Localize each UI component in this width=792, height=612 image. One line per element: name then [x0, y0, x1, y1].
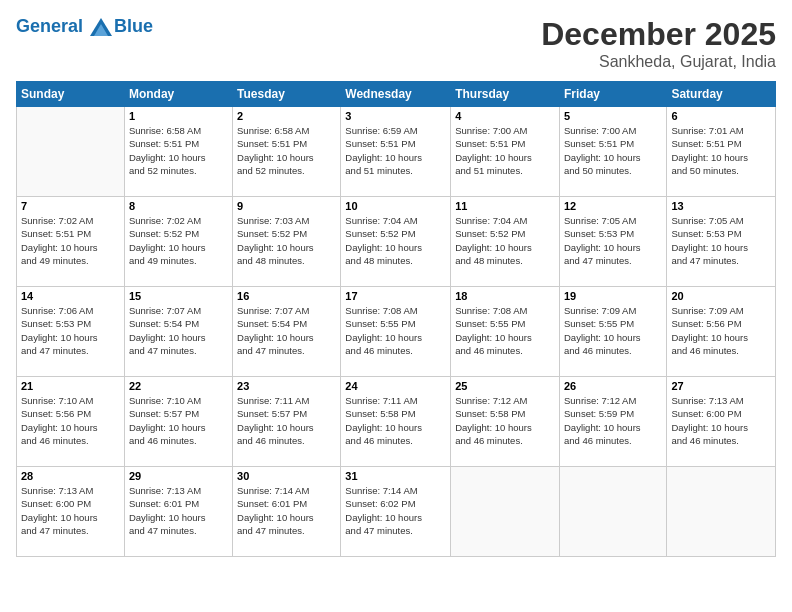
day-info: Sunrise: 7:02 AM Sunset: 5:51 PM Dayligh…	[21, 214, 120, 267]
calendar-cell: 21Sunrise: 7:10 AM Sunset: 5:56 PM Dayli…	[17, 377, 125, 467]
calendar-cell: 13Sunrise: 7:05 AM Sunset: 5:53 PM Dayli…	[667, 197, 776, 287]
calendar-table: SundayMondayTuesdayWednesdayThursdayFrid…	[16, 81, 776, 557]
day-info: Sunrise: 7:13 AM Sunset: 6:00 PM Dayligh…	[21, 484, 120, 537]
day-number: 4	[455, 110, 555, 122]
day-info: Sunrise: 6:58 AM Sunset: 5:51 PM Dayligh…	[129, 124, 228, 177]
calendar-cell: 25Sunrise: 7:12 AM Sunset: 5:58 PM Dayli…	[451, 377, 560, 467]
day-info: Sunrise: 7:03 AM Sunset: 5:52 PM Dayligh…	[237, 214, 336, 267]
day-number: 20	[671, 290, 771, 302]
day-info: Sunrise: 7:12 AM Sunset: 5:58 PM Dayligh…	[455, 394, 555, 447]
day-info: Sunrise: 7:04 AM Sunset: 5:52 PM Dayligh…	[345, 214, 446, 267]
day-info: Sunrise: 7:11 AM Sunset: 5:57 PM Dayligh…	[237, 394, 336, 447]
day-info: Sunrise: 7:12 AM Sunset: 5:59 PM Dayligh…	[564, 394, 662, 447]
calendar-cell: 22Sunrise: 7:10 AM Sunset: 5:57 PM Dayli…	[124, 377, 232, 467]
calendar-cell: 16Sunrise: 7:07 AM Sunset: 5:54 PM Dayli…	[233, 287, 341, 377]
title-block: December 2025 Sankheda, Gujarat, India	[541, 16, 776, 71]
calendar-cell: 19Sunrise: 7:09 AM Sunset: 5:55 PM Dayli…	[559, 287, 666, 377]
day-number: 24	[345, 380, 446, 392]
day-number: 1	[129, 110, 228, 122]
day-number: 11	[455, 200, 555, 212]
weekday-header-row: SundayMondayTuesdayWednesdayThursdayFrid…	[17, 82, 776, 107]
day-info: Sunrise: 7:09 AM Sunset: 5:55 PM Dayligh…	[564, 304, 662, 357]
weekday-thursday: Thursday	[451, 82, 560, 107]
day-number: 18	[455, 290, 555, 302]
day-number: 28	[21, 470, 120, 482]
day-info: Sunrise: 7:07 AM Sunset: 5:54 PM Dayligh…	[237, 304, 336, 357]
day-number: 10	[345, 200, 446, 212]
day-number: 6	[671, 110, 771, 122]
day-number: 3	[345, 110, 446, 122]
calendar-body: 1Sunrise: 6:58 AM Sunset: 5:51 PM Daylig…	[17, 107, 776, 557]
calendar-cell: 18Sunrise: 7:08 AM Sunset: 5:55 PM Dayli…	[451, 287, 560, 377]
day-number: 27	[671, 380, 771, 392]
calendar-cell	[667, 467, 776, 557]
weekday-monday: Monday	[124, 82, 232, 107]
day-info: Sunrise: 7:14 AM Sunset: 6:01 PM Dayligh…	[237, 484, 336, 537]
day-number: 22	[129, 380, 228, 392]
calendar-cell: 30Sunrise: 7:14 AM Sunset: 6:01 PM Dayli…	[233, 467, 341, 557]
day-number: 8	[129, 200, 228, 212]
day-number: 5	[564, 110, 662, 122]
calendar-cell: 8Sunrise: 7:02 AM Sunset: 5:52 PM Daylig…	[124, 197, 232, 287]
calendar-page: General Blue December 2025 Sankheda, Guj…	[0, 0, 792, 612]
day-number: 31	[345, 470, 446, 482]
calendar-cell: 20Sunrise: 7:09 AM Sunset: 5:56 PM Dayli…	[667, 287, 776, 377]
day-info: Sunrise: 7:04 AM Sunset: 5:52 PM Dayligh…	[455, 214, 555, 267]
calendar-cell: 3Sunrise: 6:59 AM Sunset: 5:51 PM Daylig…	[341, 107, 451, 197]
day-info: Sunrise: 7:01 AM Sunset: 5:51 PM Dayligh…	[671, 124, 771, 177]
day-info: Sunrise: 7:13 AM Sunset: 6:01 PM Dayligh…	[129, 484, 228, 537]
day-info: Sunrise: 7:11 AM Sunset: 5:58 PM Dayligh…	[345, 394, 446, 447]
day-number: 14	[21, 290, 120, 302]
calendar-cell	[17, 107, 125, 197]
calendar-cell: 9Sunrise: 7:03 AM Sunset: 5:52 PM Daylig…	[233, 197, 341, 287]
calendar-cell: 6Sunrise: 7:01 AM Sunset: 5:51 PM Daylig…	[667, 107, 776, 197]
calendar-cell: 28Sunrise: 7:13 AM Sunset: 6:00 PM Dayli…	[17, 467, 125, 557]
day-info: Sunrise: 7:05 AM Sunset: 5:53 PM Dayligh…	[671, 214, 771, 267]
day-number: 19	[564, 290, 662, 302]
day-info: Sunrise: 7:00 AM Sunset: 5:51 PM Dayligh…	[564, 124, 662, 177]
calendar-cell: 26Sunrise: 7:12 AM Sunset: 5:59 PM Dayli…	[559, 377, 666, 467]
week-row-4: 21Sunrise: 7:10 AM Sunset: 5:56 PM Dayli…	[17, 377, 776, 467]
day-number: 23	[237, 380, 336, 392]
calendar-cell: 2Sunrise: 6:58 AM Sunset: 5:51 PM Daylig…	[233, 107, 341, 197]
day-number: 7	[21, 200, 120, 212]
logo-general: General	[16, 16, 83, 36]
day-info: Sunrise: 7:13 AM Sunset: 6:00 PM Dayligh…	[671, 394, 771, 447]
day-number: 29	[129, 470, 228, 482]
calendar-cell	[559, 467, 666, 557]
day-info: Sunrise: 7:05 AM Sunset: 5:53 PM Dayligh…	[564, 214, 662, 267]
calendar-cell: 15Sunrise: 7:07 AM Sunset: 5:54 PM Dayli…	[124, 287, 232, 377]
calendar-cell	[451, 467, 560, 557]
day-info: Sunrise: 7:10 AM Sunset: 5:56 PM Dayligh…	[21, 394, 120, 447]
day-number: 15	[129, 290, 228, 302]
day-number: 9	[237, 200, 336, 212]
calendar-cell: 1Sunrise: 6:58 AM Sunset: 5:51 PM Daylig…	[124, 107, 232, 197]
calendar-cell: 5Sunrise: 7:00 AM Sunset: 5:51 PM Daylig…	[559, 107, 666, 197]
weekday-tuesday: Tuesday	[233, 82, 341, 107]
calendar-subtitle: Sankheda, Gujarat, India	[541, 53, 776, 71]
day-info: Sunrise: 7:00 AM Sunset: 5:51 PM Dayligh…	[455, 124, 555, 177]
calendar-cell: 29Sunrise: 7:13 AM Sunset: 6:01 PM Dayli…	[124, 467, 232, 557]
day-info: Sunrise: 7:06 AM Sunset: 5:53 PM Dayligh…	[21, 304, 120, 357]
day-info: Sunrise: 6:59 AM Sunset: 5:51 PM Dayligh…	[345, 124, 446, 177]
day-number: 17	[345, 290, 446, 302]
calendar-cell: 17Sunrise: 7:08 AM Sunset: 5:55 PM Dayli…	[341, 287, 451, 377]
day-number: 26	[564, 380, 662, 392]
logo: General Blue	[16, 16, 153, 38]
header: General Blue December 2025 Sankheda, Guj…	[16, 16, 776, 71]
week-row-1: 1Sunrise: 6:58 AM Sunset: 5:51 PM Daylig…	[17, 107, 776, 197]
day-info: Sunrise: 7:08 AM Sunset: 5:55 PM Dayligh…	[345, 304, 446, 357]
day-number: 21	[21, 380, 120, 392]
day-info: Sunrise: 7:14 AM Sunset: 6:02 PM Dayligh…	[345, 484, 446, 537]
day-number: 2	[237, 110, 336, 122]
day-number: 25	[455, 380, 555, 392]
day-number: 12	[564, 200, 662, 212]
day-number: 16	[237, 290, 336, 302]
day-info: Sunrise: 7:10 AM Sunset: 5:57 PM Dayligh…	[129, 394, 228, 447]
weekday-saturday: Saturday	[667, 82, 776, 107]
weekday-wednesday: Wednesday	[341, 82, 451, 107]
calendar-cell: 4Sunrise: 7:00 AM Sunset: 5:51 PM Daylig…	[451, 107, 560, 197]
calendar-cell: 14Sunrise: 7:06 AM Sunset: 5:53 PM Dayli…	[17, 287, 125, 377]
week-row-2: 7Sunrise: 7:02 AM Sunset: 5:51 PM Daylig…	[17, 197, 776, 287]
logo-icon	[90, 18, 112, 36]
